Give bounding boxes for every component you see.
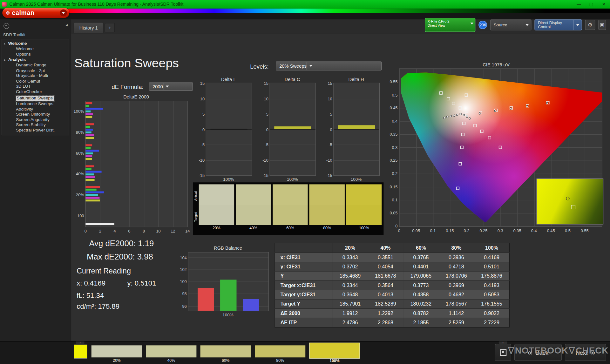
app-icon bbox=[2, 2, 7, 7]
deltae-bar bbox=[85, 173, 93, 175]
sidebar-item-options[interactable]: Options bbox=[2, 51, 69, 57]
y-axis-tick: 60% bbox=[71, 151, 84, 156]
sidebar-item-dynamic-range[interactable]: Dynamic Range bbox=[2, 63, 69, 68]
y-axis-tick: 10 bbox=[191, 96, 205, 101]
gridline bbox=[334, 160, 379, 160]
sidebar-collapse-button[interactable]: ◂ bbox=[65, 23, 68, 28]
de-formula-dropdown[interactable]: 2000 bbox=[149, 83, 193, 91]
x-axis-tick: 0.4 bbox=[530, 228, 538, 233]
table-col-header: 100% bbox=[474, 243, 509, 253]
sidebar-item-luminance-sweeps[interactable]: Luminance Sweeps bbox=[2, 101, 69, 106]
source-dropdown[interactable]: Source bbox=[490, 19, 532, 30]
table-cell: 0.3551 bbox=[368, 253, 403, 262]
row-label: Y bbox=[275, 271, 332, 280]
de-formula-value: 2000 bbox=[152, 84, 163, 89]
current-x-value: x: 0.4169 bbox=[77, 279, 105, 287]
deltae-bar bbox=[85, 189, 96, 191]
close-button[interactable]: ✕ bbox=[598, 0, 610, 9]
y-axis-tick: 15 bbox=[319, 81, 332, 86]
swatch-columns: 20%40%60%80%100% bbox=[199, 182, 384, 235]
y-axis-tick: 0 bbox=[191, 127, 205, 132]
sidebar-item-welcome[interactable]: Welcome bbox=[2, 46, 69, 52]
y-axis-tick: 80% bbox=[71, 130, 84, 135]
y-axis-tick: 15 bbox=[255, 81, 268, 86]
table-cell: 0.3344 bbox=[332, 280, 368, 290]
current-fl-value: fL: 51.34 bbox=[77, 292, 104, 300]
x-axis-tick: 0.2 bbox=[463, 228, 470, 233]
x-axis-tick: 10 bbox=[154, 229, 162, 233]
sidebar-item-spectral-power-dist[interactable]: Spectral Power Dist. bbox=[2, 127, 69, 133]
table-cell: 0.3936 bbox=[439, 253, 474, 262]
sidebar-item-grayscale-multi[interactable]: Grayscale - Multi bbox=[2, 73, 69, 78]
measurement-dot bbox=[453, 115, 455, 117]
sidebar-header: ◂ bbox=[0, 19, 71, 30]
patch-window-button[interactable] bbox=[495, 344, 511, 361]
cie-inset-zoom bbox=[537, 179, 604, 224]
levels-label: Levels: bbox=[250, 63, 268, 70]
table-cell: 0.3564 bbox=[368, 280, 403, 290]
maximize-button[interactable]: ▢ bbox=[585, 0, 598, 9]
table-cell: 0.8782 bbox=[403, 309, 438, 318]
y-axis-tick: 0 bbox=[319, 127, 332, 132]
sweep-patch-label: 80% bbox=[255, 358, 305, 362]
sweep-patch-60[interactable]: 60% bbox=[200, 341, 251, 364]
sidebar-item-screen-stability[interactable]: Screen Stability bbox=[2, 122, 69, 127]
sidebar-item-3d-lut[interactable]: 3D LUT bbox=[2, 84, 69, 89]
sweep-patch-100[interactable]: 100% bbox=[309, 341, 360, 364]
measurement-count-badge[interactable]: 236 bbox=[478, 21, 487, 29]
sidebar-item-saturation-sweeps[interactable]: Saturation Sweeps bbox=[16, 96, 54, 101]
sweep-patch-color bbox=[92, 345, 142, 357]
table-cell: 0.4401 bbox=[403, 262, 438, 271]
sidebar-item-additivity[interactable]: Additivity bbox=[2, 106, 69, 112]
x-axis-tick: 0.35 bbox=[513, 228, 521, 233]
gridline bbox=[144, 101, 144, 227]
table-col-header: 40% bbox=[368, 243, 403, 253]
y-axis-tick: 0.35 bbox=[385, 132, 397, 137]
popup-handle-icon[interactable]: ▴ bbox=[76, 341, 85, 344]
sweep-patch-40[interactable]: 40% bbox=[146, 341, 196, 364]
meter-select-button[interactable]: X-Rite i1Pro 2 Direct View bbox=[425, 18, 475, 32]
add-tab-button[interactable]: + bbox=[105, 23, 115, 32]
sidebar-item-screen-angularity[interactable]: Screen Angularity bbox=[2, 117, 69, 122]
deltae2000-chart: 02468101214100%80%60%40%20%100 bbox=[85, 101, 188, 227]
back-button[interactable]: « Back bbox=[514, 344, 562, 361]
sweep-patch-20[interactable]: 20% bbox=[92, 341, 142, 364]
deltae-bar bbox=[85, 168, 91, 170]
table-cell: 0.4054 bbox=[368, 262, 403, 271]
swatch-block bbox=[199, 184, 234, 225]
swatch-block bbox=[346, 184, 382, 225]
swatch-label: 20% bbox=[199, 225, 234, 231]
tab-history-1[interactable]: History 1 bbox=[73, 22, 104, 33]
deltae-bar bbox=[85, 197, 99, 199]
current-patch-swatch[interactable] bbox=[74, 345, 87, 359]
x-axis-tick: 0.15 bbox=[446, 228, 453, 233]
sidebar-item-grayscale-2pt[interactable]: Grayscale - 2pt bbox=[2, 68, 69, 73]
rainbow-strip bbox=[68, 9, 610, 13]
sidebar-section-welcome[interactable]: ▴Welcome bbox=[2, 40, 69, 46]
table-row-x-cie31: x: CIE310.33430.35510.37650.39360.4169 bbox=[275, 253, 509, 262]
current-reading-xy: x: 0.4169 y: 0.5101 bbox=[77, 279, 156, 287]
levels-dropdown[interactable]: 20% Sweeps bbox=[276, 61, 382, 70]
table-cell: 178.0706 bbox=[439, 271, 474, 280]
sidebar-section-analysis[interactable]: ▴Analysis bbox=[2, 57, 69, 63]
sidebar-item-color-gamut[interactable]: Color Gamut bbox=[2, 78, 69, 84]
settings-gear-button[interactable]: ⚙ bbox=[585, 20, 595, 30]
minimize-button[interactable]: — bbox=[573, 0, 585, 9]
table-cell: 1.2292 bbox=[368, 309, 403, 318]
display-control-dropdown[interactable]: Direct Display Control bbox=[534, 19, 582, 30]
table-cell: 0.4718 bbox=[439, 262, 474, 271]
deltae-bar bbox=[85, 108, 103, 110]
session-status-icon[interactable] bbox=[3, 23, 9, 29]
y-axis-tick: 104 bbox=[173, 255, 187, 260]
sweep-patch-80[interactable]: 80% bbox=[255, 341, 305, 364]
panel-toggle-button[interactable]: ▣ bbox=[598, 20, 606, 30]
calman-menu-button[interactable]: ❖ calman bbox=[2, 8, 69, 18]
sidebar-item-screen-uniformity[interactable]: Screen Uniformity bbox=[2, 111, 69, 117]
swatch-column-100: 100% bbox=[346, 184, 382, 235]
patch-window-icon bbox=[500, 349, 506, 356]
chevron-down-icon bbox=[523, 20, 531, 30]
next-button[interactable]: Next » bbox=[565, 344, 606, 361]
sidebar-item-colorchecker[interactable]: ColorChecker bbox=[2, 89, 69, 94]
y-axis-tick: 100 bbox=[173, 279, 187, 284]
cie-diagram-panel: CIE 1976 u'v' 000.050.050.10.10.150.150.… bbox=[388, 61, 606, 239]
